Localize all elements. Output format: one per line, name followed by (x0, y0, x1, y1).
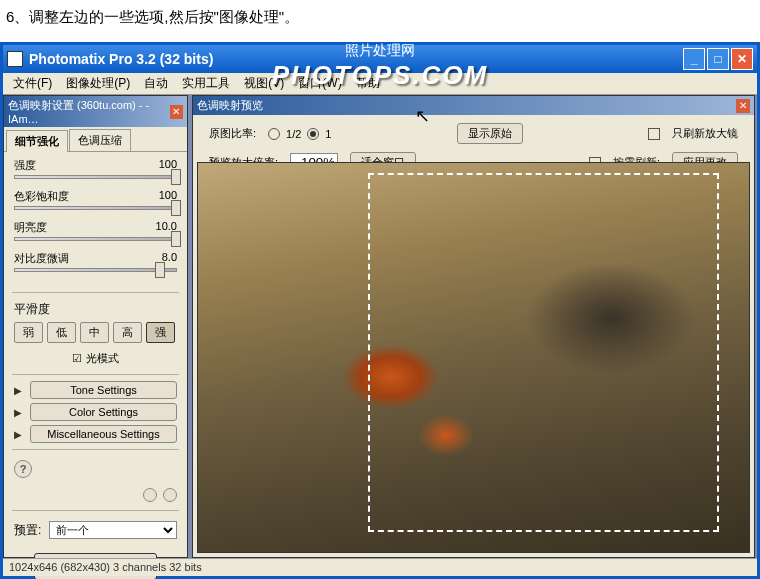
preset-select[interactable]: 前一个 (49, 521, 177, 539)
saturation-slider[interactable] (14, 206, 177, 210)
ratio-half-label: 1/2 (286, 128, 301, 140)
ratio-one-radio[interactable] (307, 128, 319, 140)
titlebar: Photomatix Pro 3.2 (32 bits) _ □ ✕ (3, 45, 757, 73)
expand-color-icon[interactable]: ▶ (14, 407, 24, 418)
maximize-button[interactable]: □ (707, 48, 729, 70)
smoothing-group: 平滑度 弱 低 中 高 强 (4, 297, 187, 347)
light-mode-checkbox[interactable]: ☑ 光模式 (4, 347, 187, 370)
slider-group: 强度 100 色彩饱和度 100 明亮度 10.0 (4, 152, 187, 288)
tab-detail-enhance[interactable]: 细节强化 (6, 130, 68, 152)
smooth-mid-button[interactable]: 中 (80, 322, 109, 343)
statusbar: 1024x646 (682x430) 3 channels 32 bits (3, 558, 757, 576)
preset-label: 预置: (14, 522, 41, 539)
tab-tone-compress[interactable]: 色调压缩 (69, 129, 131, 151)
color-settings-button[interactable]: Color Settings (30, 403, 177, 421)
expand-tone-icon[interactable]: ▶ (14, 385, 24, 396)
smooth-weak-button[interactable]: 弱 (14, 322, 43, 343)
left-panel-titlebar: 色调映射设置 (360tu.com) - -IAm… ✕ (4, 96, 187, 127)
expand-misc-icon[interactable]: ▶ (14, 429, 24, 440)
preview-panel-close-icon[interactable]: ✕ (736, 99, 750, 113)
smooth-low-button[interactable]: 低 (47, 322, 76, 343)
tone-mapping-settings-panel: 色调映射设置 (360tu.com) - -IAm… ✕ 细节强化 色调压缩 强… (3, 95, 188, 558)
app-icon (7, 51, 23, 67)
left-panel-close-icon[interactable]: ✕ (170, 105, 183, 119)
help-icon[interactable]: ? (14, 460, 32, 478)
luminosity-slider[interactable] (14, 237, 177, 241)
left-panel-tabs: 细节强化 色调压缩 (4, 127, 187, 152)
smoothing-label: 平滑度 (14, 302, 50, 316)
redo-button[interactable] (163, 488, 177, 502)
tone-mapping-preview-panel: 色调映射预览 ✕ 原图比率: 1/2 1 显示原始 只刷新放大镜 预览放大倍率: (192, 95, 755, 558)
minimize-button[interactable]: _ (683, 48, 705, 70)
magnifier-only-label: 只刷新放大镜 (672, 126, 738, 141)
ratio-half-radio[interactable] (268, 128, 280, 140)
preview-panel-title: 色调映射预览 (197, 98, 263, 113)
magnifier-only-checkbox[interactable] (648, 128, 660, 140)
luminosity-label: 明亮度 (14, 220, 47, 235)
menu-help[interactable]: 帮助 (350, 73, 386, 94)
selection-marquee[interactable] (368, 173, 719, 532)
preview-panel-titlebar: 色调映射预览 ✕ (193, 96, 754, 115)
strength-slider[interactable] (14, 175, 177, 179)
contrast-slider[interactable] (14, 268, 177, 272)
menu-auto[interactable]: 自动 (138, 73, 174, 94)
instruction-text: 6、调整左边的一些选项,然后按"图像处理"。 (0, 0, 760, 35)
menu-window[interactable]: 窗口(W) (292, 73, 347, 94)
app-window: Photomatix Pro 3.2 (32 bits) _ □ ✕ 文件(F)… (0, 42, 760, 579)
ratio-one-label: 1 (325, 128, 331, 140)
left-panel-title: 色调映射设置 (360tu.com) - -IAm… (8, 98, 170, 125)
smooth-high-button[interactable]: 高 (113, 322, 142, 343)
menu-file[interactable]: 文件(F) (7, 73, 58, 94)
preview-controls-row1: 原图比率: 1/2 1 显示原始 只刷新放大镜 (193, 115, 754, 152)
titlebar-text: Photomatix Pro 3.2 (32 bits) (29, 51, 683, 67)
menu-view[interactable]: 视图(V) (238, 73, 290, 94)
menu-image-process[interactable]: 图像处理(P) (60, 73, 136, 94)
menu-utilities[interactable]: 实用工具 (176, 73, 236, 94)
close-button[interactable]: ✕ (731, 48, 753, 70)
history-controls (4, 484, 187, 506)
smooth-strong-button[interactable]: 强 (146, 322, 175, 343)
ratio-label: 原图比率: (209, 126, 256, 141)
workspace: 色调映射设置 (360tu.com) - -IAm… ✕ 细节强化 色调压缩 强… (3, 95, 757, 558)
menubar: 文件(F) 图像处理(P) 自动 实用工具 视图(V) 窗口(W) 帮助 (3, 73, 757, 95)
strength-label: 强度 (14, 158, 36, 173)
misc-settings-button[interactable]: Miscellaneous Settings (30, 425, 177, 443)
tone-settings-button[interactable]: Tone Settings (30, 381, 177, 399)
contrast-label: 对比度微调 (14, 251, 69, 266)
undo-button[interactable] (143, 488, 157, 502)
preview-image[interactable] (197, 162, 750, 553)
show-original-button[interactable]: 显示原始 (457, 123, 523, 144)
saturation-label: 色彩饱和度 (14, 189, 69, 204)
